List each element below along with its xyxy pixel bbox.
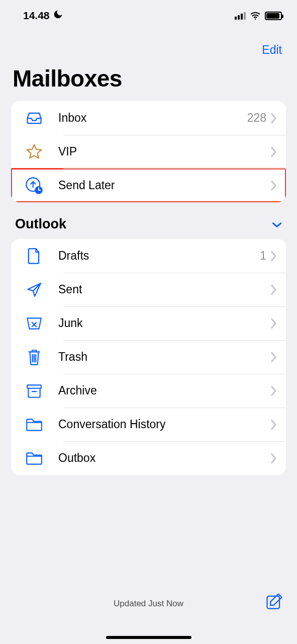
mailbox-count: 228	[247, 111, 266, 125]
folder-label: Junk	[58, 316, 266, 330]
inbox-icon	[24, 108, 44, 128]
status-right	[235, 12, 282, 20]
folder-label: Drafts	[58, 249, 260, 263]
account-section-header[interactable]: Outlook	[0, 216, 297, 239]
sync-status: Updated Just Now	[0, 599, 297, 609]
folder-row-junk[interactable]: Junk	[11, 306, 286, 340]
folder-label: Archive	[58, 384, 266, 397]
clock-up-icon	[24, 176, 44, 196]
trash-icon	[24, 347, 44, 367]
document-icon	[24, 246, 44, 266]
chevron-right-icon	[270, 318, 277, 329]
mailbox-label: Send Later	[58, 179, 266, 192]
folder-icon	[24, 415, 44, 435]
wifi-icon	[250, 12, 261, 20]
star-icon	[24, 142, 44, 162]
folder-icon	[24, 448, 44, 468]
chevron-right-icon	[270, 453, 277, 464]
folder-row-sent[interactable]: Sent	[11, 273, 286, 306]
status-time: 14.48	[23, 10, 50, 22]
mailbox-label: VIP	[58, 145, 266, 158]
svg-rect-4	[267, 596, 279, 609]
nav-bar: Edit	[0, 27, 297, 62]
svg-point-0	[255, 18, 256, 19]
paperplane-icon	[24, 280, 44, 300]
svg-rect-3	[27, 385, 41, 388]
status-left: 14.48	[23, 9, 63, 22]
folder-row-conversation-history[interactable]: Conversation History	[11, 408, 286, 441]
chevron-right-icon	[270, 113, 277, 124]
folder-row-archive[interactable]: Archive	[11, 374, 286, 408]
junk-icon	[24, 313, 44, 334]
chevron-right-icon	[270, 284, 277, 295]
mailbox-row-inbox[interactable]: Inbox 228	[11, 101, 286, 135]
chevron-right-icon	[270, 251, 277, 262]
status-bar: 14.48	[0, 0, 297, 27]
chevron-down-icon[interactable]	[272, 216, 282, 232]
folder-row-drafts[interactable]: Drafts 1	[11, 239, 286, 273]
compose-button[interactable]	[265, 592, 284, 613]
folder-row-outbox[interactable]: Outbox	[11, 441, 286, 475]
chevron-right-icon	[270, 180, 277, 191]
folder-label: Outbox	[58, 451, 266, 465]
edit-button[interactable]: Edit	[262, 43, 282, 56]
chevron-right-icon	[270, 385, 277, 396]
account-section-title: Outlook	[15, 216, 66, 232]
archive-icon	[24, 381, 44, 401]
battery-icon	[265, 12, 282, 20]
moon-icon	[53, 9, 63, 22]
page-title: Mailboxes	[0, 62, 297, 101]
bottom-bar: Updated Just Now	[0, 589, 297, 644]
folder-count: 1	[260, 249, 266, 263]
mailbox-row-send-later[interactable]: Send Later	[11, 169, 286, 202]
mailbox-label: Inbox	[58, 111, 247, 125]
account-folders-group: Drafts 1 Sent Junk Trash	[11, 239, 286, 475]
cellular-signal-icon	[235, 12, 246, 20]
folder-row-trash[interactable]: Trash	[11, 340, 286, 374]
mailboxes-group: Inbox 228 VIP Send Later	[11, 101, 286, 202]
chevron-right-icon	[270, 352, 277, 363]
folder-label: Conversation History	[58, 418, 266, 431]
folder-label: Trash	[58, 350, 266, 364]
folder-label: Sent	[58, 283, 266, 296]
chevron-right-icon	[270, 419, 277, 430]
mailbox-row-vip[interactable]: VIP	[11, 135, 286, 169]
chevron-right-icon	[270, 146, 277, 157]
home-indicator	[106, 636, 191, 639]
